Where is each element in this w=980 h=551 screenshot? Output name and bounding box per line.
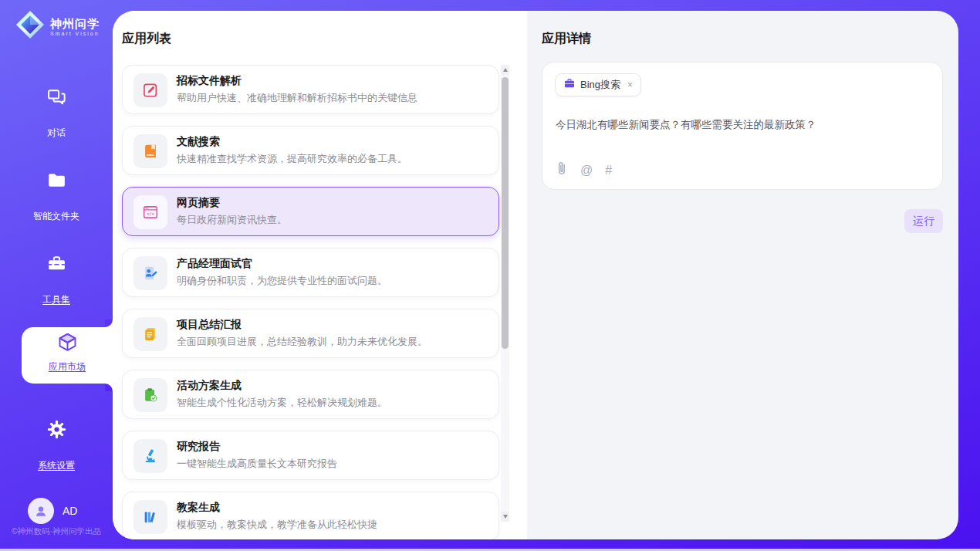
folder-icon	[0, 170, 113, 191]
briefcase-icon	[563, 77, 576, 93]
app-card[interactable]: 教案生成 模板驱动，教案快成，教学准备从此轻松快捷	[122, 492, 499, 539]
app-list-panel: 应用列表 招标文件解析 帮助用户快速、准确地理解和解析招标书中的关键信息 文献搜…	[113, 11, 527, 539]
books-icon	[133, 500, 167, 534]
app-card[interactable]: 招标文件解析 帮助用户快速、准确地理解和解析招标书中的关键信息	[122, 65, 499, 114]
sidebar-item-smart-folder[interactable]: 智能文件夹	[0, 170, 113, 223]
app-desc: 每日政府新闻资讯快查。	[177, 213, 489, 227]
book-icon	[133, 134, 167, 168]
svg-text:</>: </>	[147, 211, 155, 216]
scroll-up-button[interactable]	[501, 65, 509, 75]
app-name: 活动方案生成	[177, 379, 242, 393]
app-desc: 全面回顾项目进展，总结经验教训，助力未来优化发展。	[177, 335, 489, 349]
triangle-down-icon	[503, 515, 508, 519]
web-code-icon: </>	[133, 195, 167, 229]
app-name: 研究报告	[177, 440, 220, 454]
app-name: 项目总结汇报	[177, 318, 242, 332]
tool-chip-label: Bing搜索	[580, 78, 620, 92]
interview-resume-icon	[133, 256, 167, 290]
logo-diamond-icon	[15, 10, 45, 42]
user-account[interactable]: AD	[28, 498, 77, 524]
app-card[interactable]: 文献搜索 快速精准查找学术资源，提高研究效率的必备工具。	[122, 126, 499, 175]
app-name: 文献搜索	[177, 135, 220, 149]
app-logo: 神州问学 Smart Vision	[15, 10, 100, 42]
sidebar: 神州问学 Smart Vision 对话 智能文件夹	[0, 0, 113, 551]
prompt-text[interactable]: 今日湖北有哪些新闻要点？有哪些需要关注的最新政策？	[556, 117, 931, 132]
sidebar-item-label: 系统设置	[38, 459, 75, 472]
app-card[interactable]: 项目总结汇报 全面回顾项目进展，总结经验教训，助力未来优化发展。	[122, 309, 499, 358]
app-name: 产品经理面试官	[177, 257, 252, 271]
cube-icon	[56, 344, 79, 357]
app-card[interactable]: 活动方案生成 智能生成个性化活动方案，轻松解决规划难题。	[122, 370, 499, 419]
app-card[interactable]: 产品经理面试官 明确身份和职责，为您提供专业性的面试问题。	[122, 248, 499, 297]
app-desc: 模板驱动，教案快成，教学准备从此轻松快捷	[177, 518, 489, 532]
sidebar-item-label: 智能文件夹	[33, 210, 79, 223]
app-name: 教案生成	[177, 501, 220, 515]
avatar[interactable]	[28, 498, 54, 524]
logo-subtitle: Smart Vision	[50, 31, 100, 36]
at-icon[interactable]: @	[580, 164, 593, 177]
close-icon[interactable]: ×	[627, 79, 633, 90]
sidebar-item-chat[interactable]: 对话	[0, 86, 113, 140]
microscope-icon	[133, 439, 167, 473]
toolbox-icon	[0, 253, 113, 274]
app-card[interactable]: 研究报告 一键智能生成高质量长文本研究报告	[122, 431, 499, 480]
stacked-papers-icon	[133, 317, 167, 351]
app-name: 网页摘要	[177, 196, 220, 210]
gear-icon	[0, 419, 113, 440]
sidebar-item-toolset[interactable]: 工具集	[0, 253, 113, 306]
user-initials: AD	[63, 505, 77, 517]
run-button[interactable]: 运行	[904, 209, 943, 233]
triangle-up-icon	[503, 68, 508, 72]
sidebar-item-label: 对话	[47, 127, 66, 140]
copyright-footer: ©神州数码·神州问学出品	[0, 526, 113, 537]
app-desc: 智能生成个性化活动方案，轻松解决规划难题。	[177, 396, 489, 410]
app-detail-panel: 应用详情 Bing搜索 × 今日湖北有哪些新闻要点？有哪些需要关注的最新政策？	[527, 11, 958, 539]
app-desc: 明确身份和职责，为您提供专业性的面试问题。	[177, 274, 489, 288]
app-name: 招标文件解析	[177, 74, 242, 88]
edit-document-icon	[133, 73, 167, 107]
app-card-selected[interactable]: </> 网页摘要 每日政府新闻资讯快查。	[122, 187, 499, 236]
app-list-title: 应用列表	[122, 31, 171, 47]
sidebar-item-label: 应用市场	[49, 360, 86, 374]
app-desc: 一键智能生成高质量长文本研究报告	[177, 457, 489, 471]
prompt-input-card[interactable]: Bing搜索 × 今日湖北有哪些新闻要点？有哪些需要关注的最新政策？ @ #	[542, 62, 943, 190]
hash-icon[interactable]: #	[605, 164, 612, 177]
clipboard-check-icon	[133, 378, 167, 412]
composer-toolbar: @ #	[556, 161, 612, 179]
logo-title: 神州问学	[50, 17, 100, 30]
chat-icon	[0, 86, 113, 107]
person-icon	[33, 503, 49, 519]
main-container: 应用列表 招标文件解析 帮助用户快速、准确地理解和解析招标书中的关键信息 文献搜…	[113, 11, 958, 539]
sidebar-item-app-market[interactable]: 应用市场	[22, 331, 113, 374]
bubble-corner-top	[105, 319, 113, 327]
scrollbar[interactable]	[501, 65, 509, 522]
scrollbar-thumb[interactable]	[502, 77, 509, 349]
app-detail-title: 应用详情	[542, 31, 591, 47]
scroll-down-button[interactable]	[501, 512, 509, 522]
sidebar-item-label: 工具集	[42, 293, 70, 306]
app-desc: 快速精准查找学术资源，提高研究效率的必备工具。	[177, 152, 489, 166]
sidebar-item-settings[interactable]: 系统设置	[0, 419, 113, 472]
bubble-corner-bottom	[105, 384, 113, 391]
paperclip-icon[interactable]	[556, 161, 568, 179]
app-desc: 帮助用户快速、准确地理解和解析招标书中的关键信息	[177, 91, 489, 105]
tool-chip-bing-search[interactable]: Bing搜索 ×	[555, 73, 641, 96]
